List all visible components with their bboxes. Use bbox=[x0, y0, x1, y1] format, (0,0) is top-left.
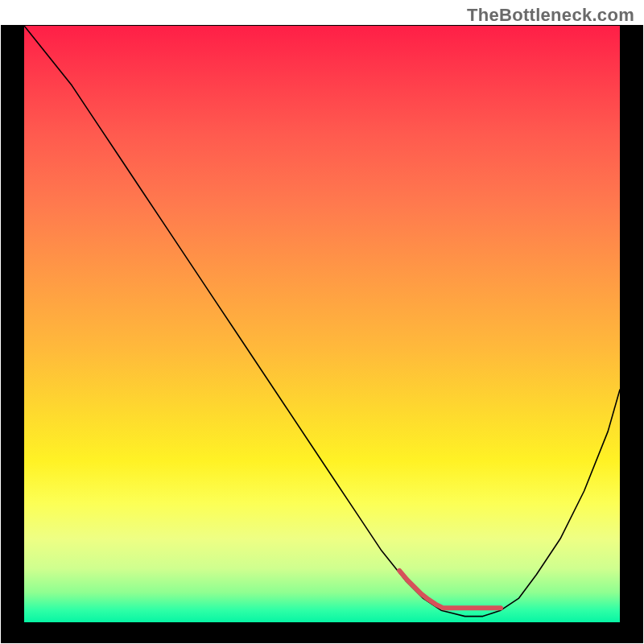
watermark-text: TheBottleneck.com bbox=[467, 5, 634, 26]
plot-area bbox=[24, 26, 620, 622]
chart-frame bbox=[1, 25, 643, 643]
bottleneck-curve bbox=[24, 26, 620, 617]
screenshot-root: TheBottleneck.com bbox=[0, 0, 644, 644]
chart-svg bbox=[24, 26, 620, 622]
optimal-zone-lobe bbox=[399, 571, 501, 608]
